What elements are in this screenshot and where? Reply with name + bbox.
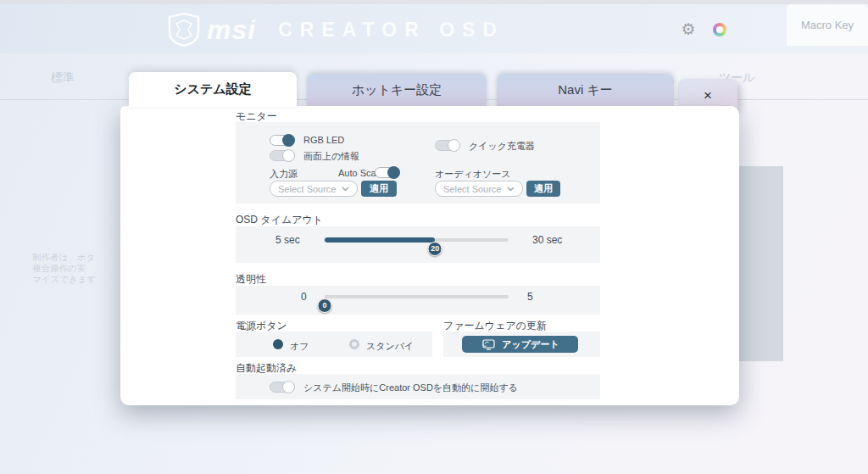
- transparency-value-badge[interactable]: 0: [318, 298, 332, 313]
- input-source-select[interactable]: Select Source: [270, 181, 358, 197]
- app-logo: msi CREATOR OSD: [168, 12, 504, 47]
- msi-shield-icon: [168, 13, 200, 47]
- transparency-max-label: 5: [527, 291, 533, 303]
- chevron-down-icon: [507, 187, 515, 192]
- chevron-down-icon: [342, 187, 349, 192]
- input-source-select-value: Select Source: [278, 184, 336, 194]
- slider-fill: [325, 237, 435, 243]
- toggle-knob: [387, 166, 400, 179]
- audio-source-select-value: Select Source: [443, 184, 501, 194]
- settings-gear-icon[interactable]: ⚙: [676, 20, 701, 39]
- transparency-slider[interactable]: 0: [325, 293, 509, 313]
- auto-scan-toggle[interactable]: [375, 167, 400, 178]
- slider-track: [325, 295, 509, 298]
- tab-navi-key[interactable]: Navi キー: [497, 74, 674, 107]
- dialog-body: モニター RGB LED 画面上の情報 クイック充電器 入力源 Auto Sca…: [120, 106, 739, 405]
- system-settings-dialog: × ホットキー設定 Navi キー システム設定 モニター RGB LED 画面…: [120, 72, 739, 405]
- firmware-update-button[interactable]: アップデート: [462, 336, 578, 353]
- osd-timeout-min-label: 5 sec: [275, 234, 300, 246]
- quick-charger-toggle[interactable]: [435, 140, 460, 151]
- transparency-panel: 0 0 5: [236, 286, 600, 315]
- rgb-led-toggle[interactable]: [270, 135, 295, 146]
- toggle-knob: [282, 381, 295, 393]
- power-off-label: オフ: [290, 340, 309, 353]
- osd-timeout-max-label: 30 sec: [532, 234, 562, 246]
- rgb-light-icon[interactable]: [713, 23, 726, 36]
- audio-source-label: オーディオソース: [435, 168, 511, 181]
- osd-timeout-section-title: OSD タイムアウト: [236, 213, 323, 227]
- osd-timeout-value-badge[interactable]: 20: [428, 242, 442, 256]
- power-off-radio[interactable]: [273, 339, 283, 349]
- osd-info-toggle[interactable]: [270, 150, 295, 161]
- background-note-text: 制作者は、ボタ 複合操作の実 マイズできます: [32, 252, 120, 285]
- app-title: CREATOR OSD: [278, 19, 504, 42]
- autostart-panel: システム開始時にCreator OSDを自動的に開始する: [236, 374, 600, 399]
- brand-text: msi: [207, 14, 256, 46]
- toggle-knob: [282, 149, 295, 162]
- quick-charger-label: クイック充電器: [469, 140, 535, 153]
- osd-timeout-panel: 5 sec 20 30 sec: [236, 226, 600, 263]
- firmware-panel: アップデート: [443, 332, 600, 357]
- input-source-label: 入力源: [270, 168, 298, 181]
- toggle-knob: [282, 134, 295, 147]
- bg-tab-macro-key[interactable]: Macro Key: [787, 4, 868, 46]
- autostart-toggle[interactable]: [270, 382, 295, 393]
- titlebar: msi CREATOR OSD ⚙ ×: [0, 4, 868, 53]
- monitor-panel: RGB LED 画面上の情報 クイック充電器 入力源 Auto Scan Sel…: [236, 122, 600, 204]
- power-button-panel: オフ スタンバイ: [236, 332, 432, 357]
- audio-source-select[interactable]: Select Source: [435, 181, 523, 197]
- transparency-section-title: 透明性: [236, 272, 266, 287]
- power-standby-radio[interactable]: [349, 339, 359, 349]
- tab-hotkey-settings[interactable]: ホットキー設定: [307, 74, 487, 107]
- osd-timeout-slider[interactable]: 20: [325, 236, 509, 256]
- osd-info-label: 画面上の情報: [303, 150, 359, 163]
- transparency-min-label: 0: [301, 291, 307, 303]
- tab-system-settings[interactable]: システム設定: [129, 72, 297, 107]
- audio-source-apply-button[interactable]: 適用: [526, 181, 560, 197]
- monitor-sync-icon: [481, 339, 495, 350]
- input-source-apply-button[interactable]: 適用: [361, 181, 397, 197]
- rgb-led-label: RGB LED: [303, 135, 344, 145]
- power-standby-label: スタンバイ: [366, 340, 414, 353]
- autostart-label: システム開始時にCreator OSDを自動的に開始する: [303, 382, 518, 394]
- bg-tab-standard[interactable]: 標準: [51, 70, 75, 86]
- background-panel-block: [739, 166, 783, 361]
- toggle-knob: [448, 139, 460, 152]
- firmware-update-label: アップデート: [502, 338, 559, 351]
